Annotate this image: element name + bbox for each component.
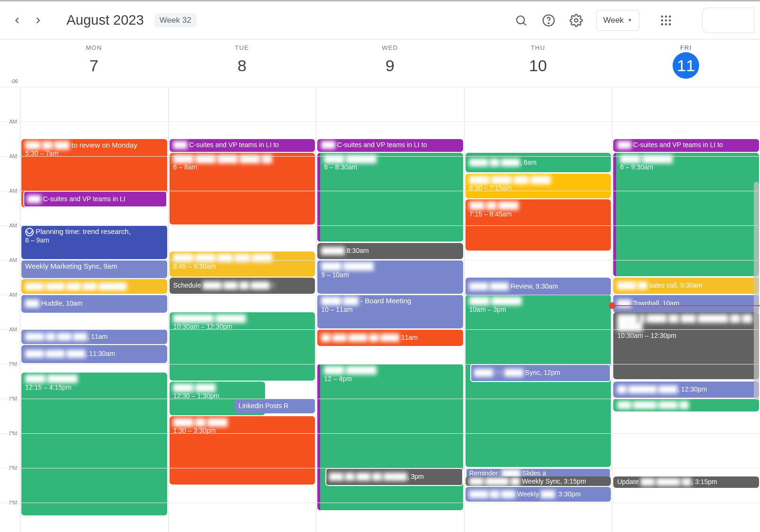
calendar-event[interactable]: ████ █ ████ ██ ███ ██████ ██ ██ █████10:… (613, 312, 759, 379)
event-title: Update ███ █████ ██, 3:15pm (617, 478, 717, 486)
svg-point-10 (669, 19, 671, 21)
event-title: ███ Huddle, 10am (25, 299, 83, 308)
event-title: ████ ██ ████ (173, 418, 312, 427)
event-title: ████ ██████ (324, 366, 459, 375)
calendar-event[interactable]: ████ ██████12 – 4pm (317, 364, 463, 510)
calendar-event[interactable]: ██ ██████ ████, 12:30pm (613, 382, 759, 398)
calendar-event[interactable]: ████ ███ - Board Meeting10 – 11am (317, 295, 463, 328)
event-title: ███ C-suites and VP teams in LI to (617, 141, 723, 149)
calendar-event[interactable]: ████ ████ ███ ███ ████8:45 – 9:30am (170, 252, 315, 277)
calendar-event[interactable]: █████ 8:30am (317, 243, 463, 260)
view-select-label: Week (603, 16, 624, 25)
day-of-week-label: TUE (235, 44, 249, 51)
event-title: ███ C-suites and VP teams in LI (27, 195, 125, 204)
calendar-event[interactable]: ████ ██ ███ ███, 11am (21, 329, 167, 344)
calendar-event[interactable]: ████ <> ████ Sync, 12pm (470, 364, 611, 382)
event-title: ████ <> ████ Sync, 12pm (474, 369, 560, 377)
calendar-event[interactable]: ███ ██ ███ ██ █████, 3pm (325, 468, 463, 486)
next-button[interactable] (28, 11, 48, 30)
day-of-week-label: MON (86, 44, 102, 51)
svg-point-5 (661, 15, 664, 18)
prev-button[interactable] (8, 11, 27, 30)
event-title: ████ ██ sales call, 9:30am (617, 281, 702, 290)
day-number[interactable]: 10 (525, 52, 551, 79)
day-column-mon[interactable]: ███ ██ ███ to review on Monday5:30 – 7am… (20, 87, 168, 532)
calendar-event[interactable]: ███ C-suites and VP teams in LI (23, 191, 167, 207)
day-column-tue[interactable]: ███ C-suites and VP teams in LI to████ █… (168, 87, 316, 532)
calendar-event[interactable]: Schedule ████ ███ ██ ████ k (170, 278, 315, 294)
calendar-event[interactable]: ████ ████ ███ ████6:30 – 7:15am (466, 174, 611, 199)
apps-grid-icon (659, 14, 673, 27)
day-header[interactable]: THU10 (464, 39, 612, 87)
svg-point-7 (669, 15, 671, 18)
day-header[interactable]: FRI11 (612, 39, 760, 87)
day-column-wed[interactable]: ███ C-suites and VP teams in LI to████ █… (316, 87, 464, 532)
calendar-event[interactable]: ████ ████ ████ ████ ██6 – 8am (170, 153, 315, 224)
event-time: 10am – 3pm (469, 306, 608, 314)
calendar-event[interactable]: ████ ██████12:15 – 4:15pm (21, 373, 167, 515)
day-column-thu[interactable]: ████ ██ ████, 6am████ ████ ███ ████6:30 … (464, 87, 612, 532)
view-select[interactable]: Week ▼ (596, 10, 639, 31)
calendar-event[interactable]: ███ █████ ████ ██ (613, 399, 759, 411)
current-time-indicator (612, 305, 760, 306)
day-number[interactable]: 8 (228, 52, 255, 79)
settings-button[interactable] (565, 9, 588, 32)
month-label[interactable]: August 2023 (66, 12, 144, 28)
calendar-event[interactable]: ████ ██ ███ Weekly ███, 3:30pm (466, 487, 611, 502)
event-time: 9 – 10am (321, 271, 459, 280)
calendar-event[interactable]: ████ ██ ████1:30 – 3:30pm (170, 416, 315, 485)
event-title: Weekly Marketing Sync, 9am (25, 262, 163, 271)
calendar-event[interactable]: ███ ██ ████7:15 – 8:45am (466, 199, 611, 251)
calendar-event[interactable]: ████ ████ ███ ███ ██████ (21, 279, 167, 294)
calendar-event[interactable]: ███ C-suites and VP teams in LI to (317, 139, 463, 152)
calendar-event[interactable]: ███ █████ ██ Weekly Sync, 3:15pm (466, 476, 611, 486)
calendar-event[interactable]: ████ ████ ████, 11:30am (21, 345, 167, 363)
search-button[interactable] (510, 9, 532, 32)
scrollbar[interactable] (754, 182, 759, 400)
help-button[interactable] (537, 9, 560, 32)
event-title: ███ C-suites and VP teams in LI to (321, 141, 427, 149)
event-time: 1:30 – 3:30pm (173, 427, 312, 435)
calendar-event[interactable]: ███ C-suites and VP teams in LI to (170, 139, 315, 152)
day-header[interactable]: TUE8 (168, 39, 316, 87)
calendar-event[interactable]: ████ ██ sales call, 9:30am (613, 278, 759, 294)
calendar-event[interactable]: ████ ██ ████, 6am (466, 153, 611, 173)
day-number[interactable]: 9 (377, 52, 403, 79)
day-of-week-label: FRI (680, 44, 692, 51)
event-title: ████ ██ ███ Weekly ███, 3:30pm (469, 490, 581, 499)
calendar-event[interactable]: ████ ██████6 – 9:30am (613, 153, 759, 277)
event-title: ████ ████ Review, 9:30am (469, 282, 558, 291)
event-time: 12 – 4pm (324, 375, 459, 383)
calendar-event[interactable]: ██ ███ ████ ██ ████ 11am (317, 329, 463, 346)
day-header[interactable]: WED9 (316, 39, 464, 87)
chevron-left-icon (12, 15, 22, 26)
calendar-event[interactable]: Update ███ █████ ██, 3:15pm (613, 476, 759, 488)
calendar-event[interactable]: ███ Townhall, 10am (613, 295, 759, 313)
day-of-week-label: WED (382, 44, 398, 51)
calendar-event[interactable]: ███ C-suites and VP teams in LI to (613, 139, 759, 152)
calendar-event[interactable]: ████████ ██████10:30am – 12:30pm (170, 312, 315, 381)
day-number[interactable]: 11 (673, 52, 699, 79)
svg-point-12 (665, 23, 667, 25)
apps-button[interactable] (655, 9, 677, 32)
event-title: Linkedin Posts R (238, 402, 288, 411)
calendar-event[interactable]: Planning time: trend research,8 – 9am (21, 225, 167, 259)
calendar-grid: AMAMAMAMAMAMAMPMPMPMPMPM ███ ██ ███ to r… (0, 87, 760, 532)
event-title: ███ █████ ██ Weekly Sync, 3:15pm (469, 477, 586, 486)
calendar-event[interactable]: ████ ████ Review, 9:30am (466, 278, 611, 296)
gear-icon (570, 14, 583, 27)
day-number[interactable]: 7 (81, 52, 107, 79)
hour-line (0, 433, 760, 434)
calendar-event[interactable]: ████ ██████6 – 8:30am (317, 153, 463, 242)
calendar-event[interactable]: ████ ██████9 – 10am (317, 260, 463, 294)
event-title: ████ ████ ███ ███ ████ (173, 253, 312, 262)
day-header-row: -06 MON7TUE8WED9THU10FRI11 (0, 39, 760, 87)
calendar-event[interactable]: ███ Huddle, 10am (21, 295, 167, 313)
hour-line (0, 295, 760, 295)
calendar-event[interactable]: Weekly Marketing Sync, 9am (21, 260, 167, 278)
day-header[interactable]: MON7 (20, 39, 168, 87)
calendar-event[interactable]: Linkedin Posts R (235, 399, 315, 413)
day-column-fri[interactable]: ███ C-suites and VP teams in LI to████ █… (612, 87, 760, 532)
hour-line (0, 260, 760, 261)
event-title: ███ C-suites and VP teams in LI to (173, 141, 279, 149)
